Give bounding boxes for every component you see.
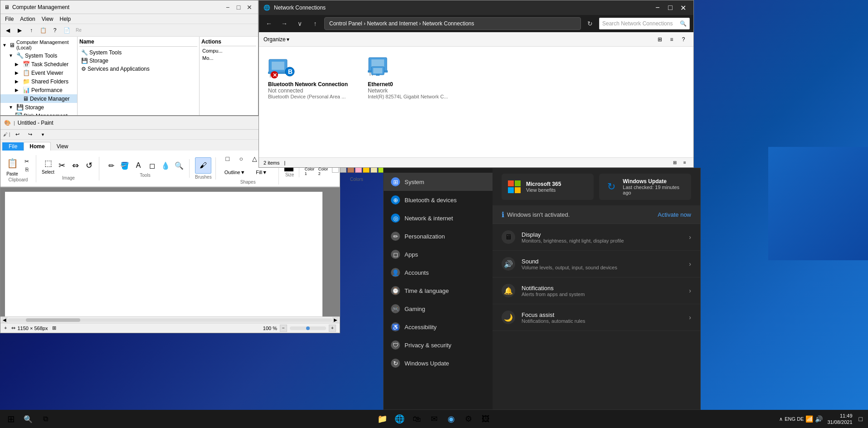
expand-system-tools[interactable]: ▼	[9, 53, 15, 58]
settings-nav-apps[interactable]: ◻ Apps	[384, 245, 493, 263]
settings-item-notifications[interactable]: 🔔 Notifications Alerts from apps and sys…	[493, 277, 700, 304]
settings-nav-accessibility[interactable]: ♿ Accessibility	[384, 318, 493, 336]
size-4[interactable]	[284, 168, 293, 171]
scrollbar-track[interactable]	[8, 318, 332, 322]
rect-button[interactable]: □	[221, 152, 234, 165]
cut-button[interactable]: ✂	[21, 158, 32, 165]
view-help-button[interactable]: ?	[678, 34, 689, 44]
nav-refresh-button[interactable]: ↻	[584, 17, 596, 30]
tree-task-scheduler[interactable]: ▶ 📅 Task Scheduler	[0, 60, 77, 68]
activate-now-link[interactable]: Activate now	[658, 211, 691, 218]
toolbar-back[interactable]: ◀	[2, 25, 13, 35]
settings-nav-bluetooth[interactable]: ⊕ Bluetooth & devices	[384, 191, 493, 209]
tree-performance[interactable]: ▶ 📊 Performance	[0, 86, 77, 94]
taskbar-mail-icon[interactable]: ✉	[426, 411, 442, 427]
paint-scrollbar-h[interactable]: ◀ ▶	[0, 316, 340, 323]
settings-nav-personalization[interactable]: ✏ Personalization	[384, 227, 493, 245]
settings-nav-update[interactable]: ↻ Windows Update	[384, 354, 493, 372]
tree-event-viewer[interactable]: ▶ 📋 Event Viewer	[0, 68, 77, 77]
action-item-0[interactable]: Compu...	[201, 47, 256, 54]
text-button[interactable]: A	[132, 159, 145, 172]
paint-zoom-out-button[interactable]: −	[280, 325, 287, 332]
toolbar-help[interactable]: ?	[49, 25, 60, 35]
eyedropper-button[interactable]: 💧	[159, 159, 172, 172]
outline-button[interactable]: Outline▼	[221, 166, 249, 179]
view-large-icons-button[interactable]: ⊞	[654, 34, 665, 44]
settings-nav-time[interactable]: ⌚ Time & language	[384, 282, 493, 300]
network-close-button[interactable]: ✕	[677, 2, 689, 14]
fill-shape-button[interactable]: Fill▼	[250, 166, 273, 179]
settings-item-sound[interactable]: 🔊 Sound Volume levels, output, input, so…	[493, 251, 700, 277]
crop-button[interactable]: ✂	[55, 159, 68, 172]
microsoft365-badge[interactable]: Microsoft 365 View benefits	[502, 174, 594, 200]
lang-indicator[interactable]: ENG DE	[785, 416, 804, 422]
paint-tab-view[interactable]: View	[51, 142, 74, 151]
scroll-left-button[interactable]: ◀	[1, 317, 8, 323]
tree-device-manager[interactable]: 🖥 Device Manager	[0, 94, 77, 103]
expand-storage[interactable]: ▼	[9, 105, 15, 110]
paint-add-button[interactable]: +	[4, 325, 7, 331]
settings-nav-gaming[interactable]: 🎮 Gaming	[384, 300, 493, 318]
brushes-button[interactable]: 🖌	[195, 157, 211, 174]
tree-disk-management[interactable]: 💽 Disk Management	[0, 112, 77, 115]
paint-tab-file[interactable]: File	[2, 142, 24, 151]
paint-canvas-area[interactable]	[0, 187, 340, 316]
comp-mgmt-close-button[interactable]: ✕	[244, 2, 254, 12]
network-maximize-button[interactable]: □	[664, 2, 676, 14]
expand-root[interactable]: ▼	[2, 43, 8, 48]
nav-forward-button[interactable]: →	[278, 17, 291, 30]
settings-nav-system[interactable]: ⊞ System	[384, 173, 493, 191]
settings-item-focus-assist[interactable]: 🌙 Focus assist Notifications, automatic …	[493, 304, 700, 331]
comp-mgmt-minimize-button[interactable]: −	[223, 2, 233, 12]
taskbar-edge-icon[interactable]: 🌐	[391, 411, 408, 427]
notification-icon[interactable]: □	[857, 415, 864, 423]
scroll-right-button[interactable]: ▶	[332, 317, 339, 323]
taskbar-photos-icon[interactable]: 🖼	[478, 411, 494, 427]
settings-nav-privacy[interactable]: 🛡 Privacy & security	[384, 336, 493, 354]
tree-system-tools[interactable]: ▼ 🔧 System Tools	[0, 51, 77, 60]
main-item-system-tools[interactable]: 🔧 System Tools	[79, 49, 197, 57]
settings-nav-accounts[interactable]: 👤 Accounts	[384, 263, 493, 282]
action-item-1[interactable]: Mo...	[201, 54, 256, 62]
settings-nav-network[interactable]: ◎ Network & internet	[384, 209, 493, 227]
qat-redo[interactable]: ↪	[24, 130, 35, 140]
taskbar-clock[interactable]: 11:49 31/08/2021	[824, 412, 855, 426]
tree-shared-folders[interactable]: ▶ 📁 Shared Folders	[0, 77, 77, 86]
taskbar-browser-icon[interactable]: ◉	[443, 411, 459, 427]
copy-button[interactable]: ⎘	[21, 166, 32, 173]
ethernet-adapter[interactable]: Ethernet0 Network Intel(R) 82574L Gigabi…	[368, 56, 449, 99]
settings-item-display[interactable]: 🖥 Display Monitors, brightness, night li…	[493, 224, 700, 251]
toolbar-properties[interactable]: 📄	[61, 25, 72, 35]
paint-canvas[interactable]	[5, 192, 322, 316]
bluetooth-adapter[interactable]: B ✕ Bluetooth Network Connection Not con…	[268, 56, 350, 99]
menu-view[interactable]: View	[39, 15, 56, 23]
windows-update-badge[interactable]: ↻ Windows Update Last checked: 19 minute…	[599, 174, 691, 200]
qat-undo[interactable]: ↩	[12, 130, 23, 140]
organize-button[interactable]: Organize ▾	[263, 36, 289, 43]
main-item-services[interactable]: ⚙ Services and Applications	[79, 65, 197, 73]
menu-action[interactable]: Action	[17, 15, 38, 23]
main-item-storage[interactable]: 💾 Storage	[79, 57, 197, 65]
select-button[interactable]: ⬚	[42, 157, 54, 170]
toolbar-forward[interactable]: ▶	[14, 25, 25, 35]
taskbar-store-icon[interactable]: 🛍	[409, 411, 425, 427]
comp-mgmt-maximize-button[interactable]: □	[234, 2, 244, 12]
tray-chevron-icon[interactable]: ∧	[779, 416, 783, 422]
menu-file[interactable]: File	[2, 15, 16, 23]
paint-zoom-in-button[interactable]: +	[329, 325, 336, 332]
expand-event-viewer[interactable]: ▶	[15, 70, 21, 75]
taskbar-start-button[interactable]: ⊞	[3, 411, 19, 427]
status-view-list[interactable]: ≡	[681, 159, 689, 167]
volume-tray-icon[interactable]: 🔊	[815, 415, 823, 423]
network-tray-icon[interactable]: 📶	[805, 415, 813, 423]
taskbar-search-button[interactable]: 🔍	[20, 411, 36, 427]
paint-zoom-slider[interactable]	[290, 326, 326, 330]
taskbar-explorer-icon[interactable]: 📁	[374, 411, 390, 427]
expand-task-scheduler[interactable]: ▶	[15, 62, 21, 67]
scrollbar-thumb[interactable]	[26, 318, 80, 322]
nav-back-button[interactable]: ←	[263, 17, 275, 30]
expand-shared-folders[interactable]: ▶	[15, 79, 21, 84]
toolbar-up[interactable]: ↑	[26, 25, 37, 35]
nav-up-button[interactable]: ↑	[309, 17, 322, 30]
rotate-button[interactable]: ↺	[83, 159, 95, 172]
